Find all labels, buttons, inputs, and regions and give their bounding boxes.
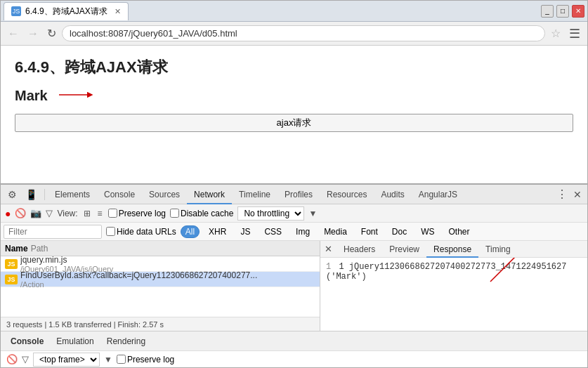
tab-sources[interactable]: Sources: [142, 185, 187, 204]
filter-all-button[interactable]: All: [181, 225, 200, 238]
detail-content: 1 1 jQuery11230668627207400272773_147122…: [320, 258, 587, 331]
filter-css-button[interactable]: CSS: [259, 225, 287, 238]
mark-row: Mark: [15, 86, 573, 105]
back-button[interactable]: ←: [5, 26, 22, 41]
filter-doc-button[interactable]: Doc: [387, 225, 412, 238]
minimize-button[interactable]: _: [541, 5, 554, 18]
request-list: Name Path JS jquery.min.js /jQuery601_JA…: [1, 241, 320, 331]
filter-icon[interactable]: ▽: [46, 208, 53, 218]
detail-panel: ✕ Headers Preview Response Timing 1 1 jQ…: [320, 241, 587, 331]
grid-view-button[interactable]: ⊞: [82, 209, 92, 218]
preserve-log-input[interactable]: [108, 209, 117, 218]
tab-network[interactable]: Network: [187, 185, 232, 204]
console-filter-icon[interactable]: ▽: [22, 354, 29, 364]
console-tab-console[interactable]: Console: [6, 336, 48, 346]
preserve-log-checkbox[interactable]: Preserve log: [108, 209, 166, 218]
request-name-path: FindUserById.ashx?callback=jQuery1123066…: [20, 270, 257, 289]
name-column-header: Name: [5, 244, 28, 254]
view-label: View:: [57, 209, 77, 218]
tab-console[interactable]: Console: [97, 185, 142, 204]
filter-img-button[interactable]: Img: [291, 225, 315, 238]
devtools-more-icon[interactable]: ⋮: [554, 188, 570, 201]
js-icon: JS: [5, 259, 18, 269]
throttle-arrow[interactable]: ▼: [308, 209, 317, 218]
window-controls: _ □ ✕: [541, 5, 584, 18]
request-filename: jquery.min.js: [20, 256, 113, 265]
status-text: 3 requests | 1.5 KB transferred | Finish…: [6, 320, 164, 329]
filter-ws-button[interactable]: WS: [416, 225, 439, 238]
request-rows: JS jquery.min.js /jQuery601_JAVA/js/jQue…: [1, 256, 320, 317]
console-tab-emulation[interactable]: Emulation: [52, 336, 98, 346]
tab-elements[interactable]: Elements: [48, 185, 97, 204]
response-line-number: 1: [326, 262, 331, 272]
filter-xhr-button[interactable]: XHR: [204, 225, 231, 238]
devtools-separator: [44, 189, 45, 200]
bookmark-icon[interactable]: ☆: [548, 27, 563, 40]
tab-title: 6.4.9、跨域AJAX请求: [25, 6, 107, 18]
detail-tab-timing[interactable]: Timing: [478, 241, 518, 258]
console-frame-select[interactable]: <top frame>: [33, 353, 100, 367]
refresh-button[interactable]: ↻: [44, 25, 59, 41]
filter-bar: Hide data URLs All XHR JS CSS Img Media …: [1, 223, 587, 241]
disable-cache-input[interactable]: [170, 209, 179, 218]
page-title: 6.4.9、跨域AJAX请求: [15, 57, 573, 78]
detail-tab-bar: ✕ Headers Preview Response Timing: [320, 241, 587, 258]
devtools-mobile-icon[interactable]: 📱: [21, 189, 41, 200]
console-stop-icon[interactable]: 🚫: [6, 354, 18, 364]
request-filename: FindUserById.ashx?callback=jQuery1123066…: [20, 270, 257, 280]
console-frame-arrow[interactable]: ▼: [104, 355, 112, 364]
list-view-button[interactable]: ≡: [96, 209, 104, 218]
tab-close-button[interactable]: ✕: [115, 7, 121, 16]
hide-data-urls-label: Hide data URLs: [117, 227, 176, 237]
path-column-header: Path: [31, 244, 48, 254]
hide-data-urls-input[interactable]: [106, 227, 115, 236]
filter-js-button[interactable]: JS: [235, 225, 255, 238]
table-row[interactable]: JS FindUserById.ashx?callback=jQuery1123…: [1, 272, 320, 287]
filter-other-button[interactable]: Other: [444, 225, 475, 238]
status-bar: 3 requests | 1.5 KB transferred | Finish…: [1, 317, 320, 331]
console-preserve-log-checkbox[interactable]: Preserve log: [117, 355, 174, 364]
mark-arrow: [53, 86, 96, 105]
browser-window: JS 6.4.9、跨域AJAX请求 ✕ _ □ ✕ ← → ↻ ☆ ☰ 6.4.…: [0, 0, 588, 368]
devtools-tab-bar: ⚙ 📱 Elements Console Sources Network Tim…: [1, 185, 587, 204]
devtools-close-button[interactable]: ✕: [570, 189, 584, 200]
menu-icon[interactable]: ☰: [566, 26, 583, 41]
filter-input[interactable]: [4, 225, 102, 239]
stop-icon[interactable]: 🚫: [15, 208, 26, 218]
camera-icon[interactable]: 📷: [30, 208, 41, 218]
nav-bar: ← → ↻ ☆ ☰: [1, 22, 587, 46]
tab-angularjs[interactable]: AngularJS: [412, 185, 464, 204]
address-bar[interactable]: [62, 25, 545, 41]
console-preserve-log-label: Preserve log: [127, 355, 174, 364]
detail-tab-response[interactable]: Response: [426, 241, 478, 258]
forward-button[interactable]: →: [25, 26, 41, 41]
detail-close-button[interactable]: ✕: [320, 244, 337, 254]
close-button[interactable]: ✕: [572, 5, 584, 18]
ajax-request-button[interactable]: ajax请求: [15, 114, 573, 132]
tab-profiles[interactable]: Profiles: [277, 185, 320, 204]
network-toolbar: ● 🚫 📷 ▽ View: ⊞ ≡ Preserve log Disable c…: [1, 204, 587, 223]
tab-resources[interactable]: Resources: [320, 185, 374, 204]
detail-tab-preview[interactable]: Preview: [382, 241, 426, 258]
console-preserve-log-input[interactable]: [117, 355, 126, 364]
devtools-settings-icon[interactable]: ⚙: [4, 189, 21, 200]
maximize-button[interactable]: □: [556, 5, 569, 18]
console-tab-rendering[interactable]: Rendering: [103, 336, 150, 346]
devtools-panel: ⚙ 📱 Elements Console Sources Network Tim…: [1, 183, 587, 367]
hide-data-urls-checkbox[interactable]: Hide data URLs: [106, 227, 176, 237]
detail-tab-headers[interactable]: Headers: [337, 241, 382, 258]
tab-favicon: JS: [11, 6, 21, 16]
filter-font-button[interactable]: Font: [356, 225, 383, 238]
throttle-select[interactable]: No throttling: [237, 206, 304, 221]
disable-cache-checkbox[interactable]: Disable cache: [170, 209, 233, 218]
tab-timeline[interactable]: Timeline: [232, 185, 277, 204]
disable-cache-label: Disable cache: [181, 209, 233, 218]
title-bar: JS 6.4.9、跨域AJAX请求 ✕ _ □ ✕: [1, 1, 587, 22]
filter-media-button[interactable]: Media: [319, 225, 352, 238]
preserve-log-label: Preserve log: [119, 209, 166, 218]
console-bar: Console Emulation Rendering: [1, 331, 587, 350]
tab-audits[interactable]: Audits: [374, 185, 411, 204]
record-icon[interactable]: ●: [5, 208, 11, 219]
console-bottom-bar: 🚫 ▽ <top frame> ▼ Preserve log: [1, 350, 587, 367]
browser-tab[interactable]: JS 6.4.9、跨域AJAX请求 ✕: [4, 2, 129, 20]
